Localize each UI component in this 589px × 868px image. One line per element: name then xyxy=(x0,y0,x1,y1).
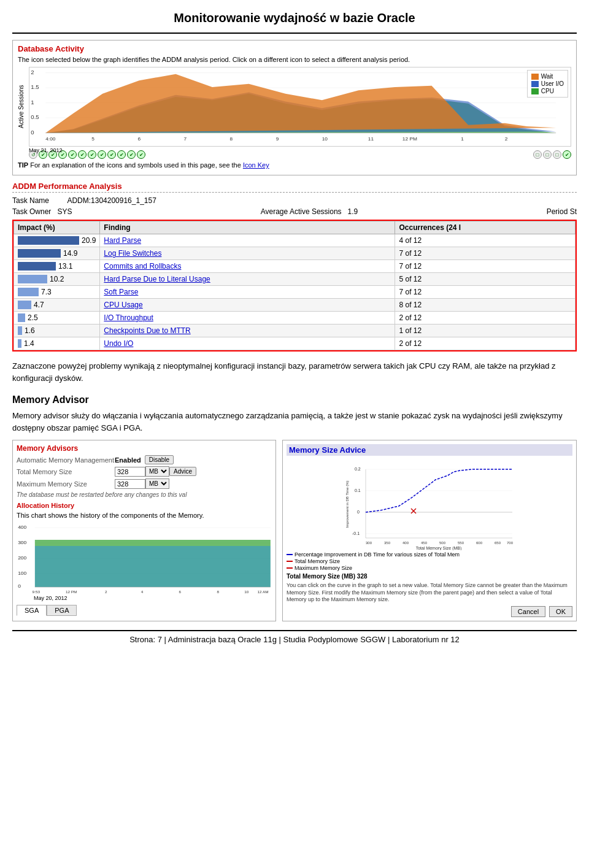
ok-button[interactable]: OK xyxy=(549,606,572,617)
svg-text:600: 600 xyxy=(476,541,483,545)
svg-text:6: 6 xyxy=(179,590,182,594)
prose-section-1: Zaznaczone powyżej problemy wynikają z n… xyxy=(12,360,577,384)
legend-color-3 xyxy=(287,567,293,569)
finding-link[interactable]: Hard Parse Due to Literal Usage xyxy=(104,275,210,283)
legend-cpu-color xyxy=(531,88,539,94)
impact-cell: 14.9 xyxy=(14,247,100,260)
finding-link[interactable]: Hard Parse xyxy=(104,236,141,245)
svg-text:Total Memory Size (MB): Total Memory Size (MB) xyxy=(416,546,462,550)
alloc-history-chart: 400 300 200 100 0 Size (MB) xyxy=(17,521,272,595)
prose-text-2: Memory advisor służy do włączania i wyłą… xyxy=(12,410,577,434)
svg-text:0.2: 0.2 xyxy=(355,467,361,471)
table-row: 13.1Commits and Rollbacks7 of 12 xyxy=(14,260,576,273)
auto-memory-value: Enabled xyxy=(115,456,141,464)
memory-advisors-panel: Memory Advisors Automatic Memory Managem… xyxy=(12,440,276,621)
svg-text:12 PM: 12 PM xyxy=(402,137,417,142)
finding-cell: Hard Parse Due to Literal Usage xyxy=(100,273,395,286)
prose-text-1: Zaznaczone powyżej problemy wynikają z n… xyxy=(12,360,577,384)
findings-table-wrapper: Impact (%) Finding Occurrences (24 I 20.… xyxy=(12,220,577,351)
disable-button[interactable]: Disable xyxy=(145,455,174,464)
tab-sga[interactable]: SGA xyxy=(17,605,47,616)
total-memory-input[interactable] xyxy=(115,467,145,477)
impact-cell: 20.9 xyxy=(14,234,100,247)
finding-link[interactable]: Undo I/O xyxy=(104,339,133,348)
max-memory-input[interactable] xyxy=(115,479,145,489)
tab-pga[interactable]: PGA xyxy=(47,605,77,616)
legend-color-2 xyxy=(287,561,293,562)
impact-value: 2.5 xyxy=(28,313,38,322)
findings-table: Impact (%) Finding Occurrences (24 I 20.… xyxy=(13,221,576,350)
avg-active-value: 1.9 xyxy=(348,207,358,216)
legend-cpu: CPU xyxy=(531,88,564,94)
finding-link[interactable]: Soft Parse xyxy=(104,288,138,296)
occurrences-cell: 1 of 12 xyxy=(395,325,576,337)
memory-size-advice-panel: Memory Size Advice Improvement in DB Tim… xyxy=(282,440,577,621)
svg-text:10: 10 xyxy=(322,137,328,142)
max-memory-row: Maximum Memory Size MB xyxy=(17,478,272,489)
memory-tabs: SGA PGA xyxy=(17,605,272,616)
impact-bar xyxy=(18,301,31,309)
svg-text:400: 400 xyxy=(18,524,27,530)
impact-value: 1.6 xyxy=(25,326,35,335)
svg-text:2: 2 xyxy=(105,590,107,594)
table-row: 2.5I/O Throughput2 of 12 xyxy=(14,312,576,325)
avg-active-label: Average Active Sessions xyxy=(261,207,342,216)
impact-cell: 1.4 xyxy=(14,337,100,350)
memory-section: Memory Advisors Automatic Memory Managem… xyxy=(12,440,577,621)
impact-cell: 10.2 xyxy=(14,273,100,286)
memory-advisors-title: Memory Advisors xyxy=(17,444,272,453)
total-memory-row: Total Memory Size MB Advice xyxy=(17,466,272,477)
finding-link[interactable]: Commits and Rollbacks xyxy=(104,262,181,271)
tip-row: TIP For an explanation of the icons and … xyxy=(18,161,571,169)
legend-item-2: Total Memory Size xyxy=(287,558,572,564)
svg-text:2: 2 xyxy=(505,137,508,142)
impact-bar xyxy=(18,236,79,245)
occurrences-cell: 4 of 12 xyxy=(395,234,576,247)
max-memory-unit[interactable]: MB xyxy=(145,478,169,489)
legend-cpu-label: CPU xyxy=(541,88,554,94)
impact-bar xyxy=(18,275,47,283)
svg-text:500: 500 xyxy=(439,541,446,545)
database-activity-section: Database Activity The icon selected belo… xyxy=(12,40,577,175)
finding-link[interactable]: Checkpoints Due to MTTR xyxy=(104,326,190,335)
cancel-button[interactable]: Cancel xyxy=(511,606,545,617)
svg-text:11: 11 xyxy=(368,137,374,142)
alloc-x-date: May 20, 2012 xyxy=(34,595,272,601)
legend-wait-label: Wait xyxy=(541,73,553,80)
svg-text:5: 5 xyxy=(91,137,94,142)
advice-button[interactable]: Advice xyxy=(169,467,196,476)
period-label: Period St xyxy=(547,207,577,216)
chart-y-label: Active Sessions xyxy=(18,67,29,147)
legend-item-3: Maximum Memory Size xyxy=(287,565,572,571)
total-memory-unit[interactable]: MB xyxy=(145,466,169,477)
chart-x-date: May 21, 2012 xyxy=(29,147,571,153)
svg-text:300: 300 xyxy=(366,541,372,545)
page-footer: Strona: 7 | Administracja bazą Oracle 11… xyxy=(12,630,577,644)
col-finding: Finding xyxy=(100,221,395,234)
icon-key-link[interactable]: Icon Key xyxy=(243,161,269,169)
finding-cell: Log File Switches xyxy=(100,247,395,260)
svg-text:0.1: 0.1 xyxy=(355,488,361,493)
finding-link[interactable]: CPU Usage xyxy=(104,301,142,309)
total-memory-label: Total Memory Size xyxy=(17,468,115,475)
memory-note: The database must be restarted before an… xyxy=(17,491,272,498)
svg-text:4:00: 4:00 xyxy=(45,137,56,142)
table-row: 1.4Undo I/O2 of 12 xyxy=(14,337,576,350)
svg-text:10: 10 xyxy=(244,590,249,594)
finding-link[interactable]: I/O Throughput xyxy=(104,313,153,322)
svg-text:4: 4 xyxy=(141,590,144,594)
svg-text:2: 2 xyxy=(31,69,34,75)
svg-text:8: 8 xyxy=(217,590,219,594)
finding-cell: Commits and Rollbacks xyxy=(100,260,395,273)
legend-userio-label: User I/O xyxy=(541,80,564,87)
svg-text:0: 0 xyxy=(31,129,34,135)
impact-bar xyxy=(18,326,22,335)
occurrences-cell: 7 of 12 xyxy=(395,286,576,299)
impact-cell: 13.1 xyxy=(14,260,100,273)
svg-marker-37 xyxy=(35,540,271,546)
impact-value: 1.4 xyxy=(24,339,34,348)
legend-label-3: Maximum Memory Size xyxy=(294,565,352,571)
finding-link[interactable]: Log File Switches xyxy=(104,249,161,258)
finding-cell: Undo I/O xyxy=(100,337,395,350)
svg-text:Improvement in DB Time (%): Improvement in DB Time (%) xyxy=(345,480,349,528)
